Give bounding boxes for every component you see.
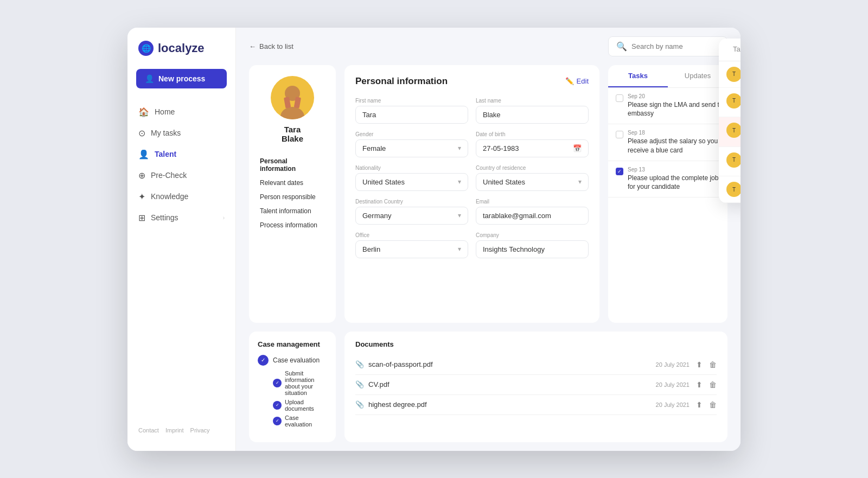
field-firstname: First name Tara: [355, 98, 468, 124]
update-avatar: T: [726, 93, 741, 109]
sidebar-item-precheck[interactable]: ⊕ Pre-Check: [127, 165, 235, 186]
task-item: Sep 18 Please adjust the salary so you r…: [608, 124, 727, 161]
updates-tabs: Tasks Updates Messages: [719, 39, 741, 61]
sidebar-item-home[interactable]: 🏠 Home: [127, 101, 235, 123]
sidebar-item-label: My tasks: [151, 129, 181, 137]
sub-case-check-icon: ✓: [273, 417, 282, 425]
sub-case-label: Case evaluation: [285, 415, 327, 428]
field-gender: Gender Female ▾: [355, 131, 468, 157]
delete-icon[interactable]: 🗑: [709, 360, 717, 369]
delete-icon[interactable]: 🗑: [709, 380, 717, 389]
sub-case-label: Submit information about your situation: [285, 370, 327, 396]
firstname-input[interactable]: Tara: [355, 106, 468, 124]
home-icon: 🏠: [138, 107, 149, 117]
task-item: ✓ Sep 13 Please upload the complete job …: [608, 161, 727, 198]
panel-header: Personal information ✏️ Edit: [355, 76, 589, 87]
updates-panel: Tasks Updates Messages T Tara received h…: [719, 39, 741, 203]
documents-title: Documents: [355, 340, 717, 348]
doc-left: 📎 CV.pdf: [355, 380, 390, 388]
profile-nav-dates[interactable]: Relevant dates: [256, 176, 329, 190]
doc-name: CV.pdf: [368, 380, 390, 388]
personal-info-form: First name Tara Last name Blake: [355, 98, 589, 258]
task-checkbox-checked[interactable]: ✓: [616, 168, 623, 175]
email-input[interactable]: tarablake@gmail.com: [476, 207, 589, 225]
precheck-icon: ⊕: [138, 170, 145, 181]
doc-item: 📎 CV.pdf 20 July 2021 ⬆ 🗑: [355, 375, 717, 395]
doc-date: 20 July 2021: [656, 401, 690, 408]
sidebar-item-settings[interactable]: ⊞ Settings ›: [127, 207, 235, 228]
svg-point-1: [280, 107, 304, 119]
profile-nav-talent[interactable]: Talent information: [256, 204, 329, 218]
tasks-tabs: Tasks Updates: [608, 65, 727, 88]
destination-select[interactable]: Germany ▾: [355, 207, 468, 225]
chevron-down-icon: ▾: [458, 144, 461, 152]
avatar: [271, 76, 314, 119]
updates-list: T Tara received her visa 🎉 Sep 22 T Tara…: [719, 61, 741, 203]
sidebar-item-label: Settings: [151, 213, 178, 222]
office-select[interactable]: Berlin ▾: [355, 240, 468, 258]
task-text: Please sign the LMA and send t embassy: [628, 100, 720, 119]
doc-name: highest degree.pdf: [368, 400, 427, 409]
sidebar-item-knowledge[interactable]: ✦ Knowledge: [127, 186, 235, 207]
nationality-select[interactable]: United States ▾: [355, 173, 468, 191]
chevron-down-icon: ▾: [458, 212, 461, 219]
profile-panel: Tara Blake Personal information Relevant…: [249, 65, 336, 323]
doc-right: 20 July 2021 ⬆ 🗑: [656, 360, 717, 369]
office-label: Office: [355, 232, 468, 238]
calendar-icon: 📅: [573, 144, 582, 152]
new-process-label: New process: [158, 74, 205, 83]
gender-select[interactable]: Female ▾: [355, 139, 468, 157]
case-label: Case evaluation: [273, 356, 320, 364]
search-bar[interactable]: 🔍: [608, 36, 727, 56]
task-item: Sep 20 Please sign the LMA and send t em…: [608, 88, 727, 125]
task-checkbox[interactable]: [616, 94, 623, 102]
company-input[interactable]: Insights Technology: [476, 240, 589, 258]
knowledge-icon: ✦: [138, 192, 145, 202]
sub-case-item: ✓ Submit information about your situatio…: [273, 370, 327, 396]
doc-name: scan-of-passport.pdf: [368, 360, 433, 368]
profile-nav-responsible[interactable]: Person responsible: [256, 190, 329, 204]
upload-icon[interactable]: ⬆: [696, 360, 703, 369]
lastname-input[interactable]: Blake: [476, 106, 589, 124]
case-check-icon: ✓: [258, 355, 269, 366]
doc-right: 20 July 2021 ⬆ 🗑: [656, 380, 717, 389]
personal-info-panel: Personal information ✏️ Edit First name …: [344, 65, 599, 323]
profile-name: Tara Blake: [282, 125, 303, 143]
update-item: T Tara's labor market approval was grant…: [719, 147, 741, 177]
country-select[interactable]: United States ▾: [476, 173, 589, 191]
sub-case-check-icon: ✓: [273, 401, 282, 410]
footer-contact[interactable]: Contact: [138, 427, 159, 434]
chevron-down-icon: ▾: [458, 178, 461, 186]
upload-icon[interactable]: ⬆: [696, 380, 703, 389]
footer-privacy[interactable]: Privacy: [190, 427, 210, 434]
field-dob: Date of birth 27-05-1983 📅: [476, 131, 589, 157]
tasks-panel: Tasks Updates Sep 20 Please sign the LMA…: [608, 65, 727, 323]
gender-label: Gender: [355, 131, 468, 137]
doc-item: 📎 highest degree.pdf 20 July 2021 ⬆ 🗑: [355, 395, 717, 415]
updates-tab-tasks[interactable]: Tasks: [727, 39, 741, 61]
dob-input[interactable]: 27-05-1983 📅: [476, 139, 589, 157]
tab-tasks[interactable]: Tasks: [608, 65, 668, 87]
sidebar-item-talent[interactable]: 👤 Talent: [127, 144, 235, 165]
paperclip-icon: 📎: [355, 400, 364, 409]
profile-nav-process[interactable]: Process information: [256, 218, 329, 232]
lastname-label: Last name: [476, 98, 589, 104]
task-date: Sep 18: [628, 130, 720, 136]
new-process-button[interactable]: 👤 New process: [136, 69, 227, 88]
footer-imprint[interactable]: Imprint: [165, 427, 184, 434]
sub-case-label: Upload documents: [285, 399, 327, 412]
task-date: Sep 20: [628, 93, 720, 99]
upload-icon[interactable]: ⬆: [696, 400, 703, 409]
tasks-icon: ⊙: [138, 128, 145, 138]
back-link[interactable]: ← Back to list: [249, 42, 293, 50]
profile-nav-personal[interactable]: Personal information: [256, 154, 329, 176]
task-checkbox[interactable]: [616, 131, 623, 138]
doc-right: 20 July 2021 ⬆ 🗑: [656, 400, 717, 409]
logo-icon: 🌐: [138, 41, 154, 56]
search-input[interactable]: [631, 42, 719, 50]
documents-panel: Documents 📎 scan-of-passport.pdf 20 July…: [344, 332, 727, 442]
sidebar-item-mytasks[interactable]: ⊙ My tasks: [127, 123, 235, 144]
settings-icon: ⊞: [138, 213, 145, 223]
delete-icon[interactable]: 🗑: [709, 400, 717, 409]
edit-button[interactable]: ✏️ Edit: [565, 77, 589, 85]
